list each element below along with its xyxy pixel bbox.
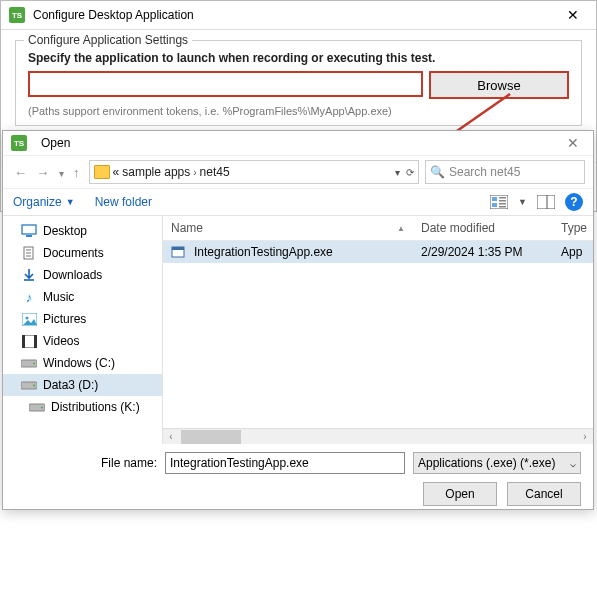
tree-item-label: Distributions (K:) — [51, 400, 140, 414]
file-row[interactable]: IntegrationTestingApp.exe2/29/2024 1:35 … — [163, 241, 593, 263]
config-titlebar: TS Configure Desktop Application ✕ — [1, 1, 596, 30]
tree-item-desktop[interactable]: Desktop — [3, 220, 162, 242]
config-group-label: Configure Application Settings — [24, 33, 192, 47]
svg-point-23 — [33, 363, 35, 365]
config-settings-group: Configure Application Settings Specify t… — [15, 40, 582, 126]
drive-icon — [21, 356, 37, 370]
col-date[interactable]: Date modified — [413, 216, 553, 240]
svg-point-27 — [41, 407, 43, 409]
scroll-thumb[interactable] — [181, 430, 241, 444]
breadcrumb-seg2[interactable]: net45 — [200, 165, 230, 179]
organize-dropdown-icon[interactable]: ▼ — [66, 197, 75, 207]
open-cancel-button[interactable]: Cancel — [507, 482, 581, 506]
tree-item-label: Documents — [43, 246, 104, 260]
svg-rect-5 — [492, 203, 497, 207]
tree-item-windows-c-[interactable]: Windows (C:) — [3, 352, 162, 374]
svg-rect-8 — [537, 195, 555, 209]
sort-indicator-icon: ▲ — [397, 224, 405, 233]
doc-icon — [21, 246, 37, 260]
scroll-left-icon[interactable]: ‹ — [163, 431, 179, 442]
filter-dropdown-icon: ⌵ — [570, 458, 576, 469]
open-close-button[interactable]: ✕ — [561, 135, 585, 151]
config-instruction: Specify the application to launch when r… — [28, 51, 569, 65]
open-app-icon: TS — [11, 135, 27, 151]
recent-dropdown[interactable]: ▾ — [59, 168, 64, 179]
file-type-filter[interactable]: Applications (.exe) (*.exe) ⌵ — [413, 452, 581, 474]
tree-item-label: Pictures — [43, 312, 86, 326]
app-icon: TS — [9, 7, 25, 23]
scroll-right-icon[interactable]: › — [577, 431, 593, 442]
forward-button[interactable]: → — [36, 165, 49, 180]
path-hint: (Paths support environment tokens, i.e. … — [28, 105, 569, 117]
svg-rect-11 — [26, 235, 32, 237]
open-title: Open — [41, 136, 70, 150]
down-icon — [21, 268, 37, 282]
filename-input[interactable] — [165, 452, 405, 474]
breadcrumb-prefix: « — [113, 165, 120, 179]
tree-item-downloads[interactable]: Downloads — [3, 264, 162, 286]
help-button[interactable]: ? — [565, 193, 583, 211]
breadcrumb-seg1[interactable]: sample apps — [122, 165, 190, 179]
column-headers[interactable]: Name ▲ Date modified Type — [163, 216, 593, 241]
svg-rect-3 — [499, 197, 506, 199]
nav-arrows: ← → ▾ ↑ — [11, 165, 83, 180]
desktop-icon — [21, 224, 37, 238]
tree-item-label: Desktop — [43, 224, 87, 238]
svg-rect-7 — [499, 206, 506, 208]
col-type[interactable]: Type — [553, 216, 593, 240]
folder-icon — [94, 165, 110, 179]
back-button[interactable]: ← — [14, 165, 27, 180]
tree-item-pictures[interactable]: Pictures — [3, 308, 162, 330]
preview-pane-button[interactable] — [537, 195, 555, 209]
tree-item-label: Data3 (D:) — [43, 378, 98, 392]
tree-item-videos[interactable]: Videos — [3, 330, 162, 352]
search-icon: 🔍 — [430, 165, 445, 179]
breadcrumb[interactable]: « sample apps › net45 ▾ ⟳ — [89, 160, 419, 184]
file-type: App — [553, 243, 593, 261]
breadcrumb-dropdown[interactable]: ▾ — [395, 167, 400, 178]
tree-item-distributions-k-[interactable]: Distributions (K:) — [3, 396, 162, 418]
filter-text: Applications (.exe) (*.exe) — [418, 456, 555, 470]
tree-item-data3-d-[interactable]: Data3 (D:) — [3, 374, 162, 396]
up-button[interactable]: ↑ — [73, 165, 80, 180]
drive-icon — [29, 400, 45, 414]
tree-item-label: Downloads — [43, 268, 102, 282]
file-name: IntegrationTestingApp.exe — [194, 245, 333, 259]
vid-icon — [21, 334, 37, 348]
open-file-dialog: TS Open ✕ ← → ▾ ↑ « sample apps › net45 … — [2, 130, 594, 510]
config-close-button[interactable]: ✕ — [558, 7, 588, 23]
horizontal-scrollbar[interactable]: ‹ › — [163, 428, 593, 444]
search-box[interactable]: 🔍 Search net45 — [425, 160, 585, 184]
svg-point-25 — [33, 385, 35, 387]
svg-rect-4 — [499, 200, 506, 202]
exe-file-icon — [171, 245, 185, 259]
tree-item-label: Music — [43, 290, 74, 304]
view-mode-button[interactable] — [490, 195, 508, 209]
svg-rect-20 — [22, 335, 25, 348]
app-path-input[interactable] — [28, 71, 423, 97]
svg-rect-10 — [22, 225, 36, 234]
tree-item-documents[interactable]: Documents — [3, 242, 162, 264]
pic-icon — [21, 312, 37, 326]
tree-item-label: Windows (C:) — [43, 356, 115, 370]
view-dropdown-icon[interactable]: ▼ — [518, 197, 527, 207]
config-title: Configure Desktop Application — [33, 8, 194, 22]
filename-label: File name: — [101, 456, 157, 470]
chevron-icon: › — [193, 167, 196, 178]
tree-item-music[interactable]: ♪Music — [3, 286, 162, 308]
svg-rect-21 — [34, 335, 37, 348]
breadcrumb-refresh[interactable]: ⟳ — [406, 167, 414, 178]
music-icon: ♪ — [21, 290, 37, 304]
drive-icon — [21, 378, 37, 392]
file-list: Name ▲ Date modified Type IntegrationTes… — [163, 216, 593, 444]
svg-rect-6 — [499, 203, 506, 205]
open-button[interactable]: Open — [423, 482, 497, 506]
col-name[interactable]: Name — [171, 221, 203, 235]
browse-button[interactable]: Browse — [429, 71, 569, 99]
folder-tree[interactable]: DesktopDocumentsDownloads♪MusicPicturesV… — [3, 216, 163, 444]
search-placeholder: Search net45 — [449, 165, 520, 179]
organize-menu[interactable]: Organize — [13, 195, 62, 209]
open-titlebar: TS Open ✕ — [3, 131, 593, 156]
new-folder-button[interactable]: New folder — [95, 195, 152, 209]
tree-item-label: Videos — [43, 334, 79, 348]
